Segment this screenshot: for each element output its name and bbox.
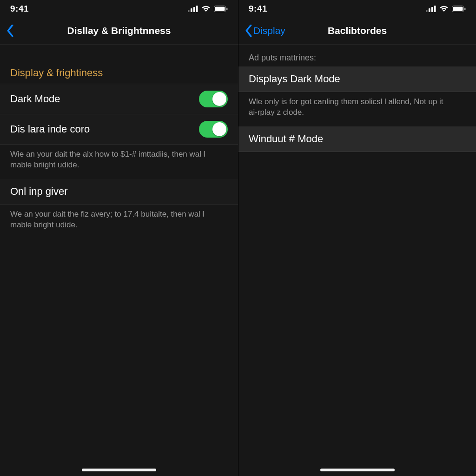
svg-rect-1 bbox=[191, 8, 192, 12]
settings-content: Ad puts mattrines: Displays Dark Mode Wl… bbox=[238, 45, 476, 476]
status-time: 9:41 bbox=[249, 4, 267, 14]
onl-inp-giver-label: Onl inp giver bbox=[10, 185, 68, 198]
status-icons bbox=[426, 6, 466, 12]
auto-brightness-toggle[interactable] bbox=[199, 121, 228, 138]
back-label: Display bbox=[253, 25, 285, 36]
svg-rect-2 bbox=[193, 7, 195, 12]
status-icons bbox=[188, 6, 228, 12]
section-caption: Ad puts mattrines: bbox=[238, 45, 476, 66]
status-bar: 9:41 bbox=[238, 0, 476, 17]
svg-rect-9 bbox=[431, 7, 433, 12]
winduut-mode-label: Winduut # Mode bbox=[249, 133, 323, 145]
onl-inp-giver-row[interactable]: Onl inp giver bbox=[0, 179, 238, 205]
section-heading: Display & frightiness bbox=[0, 45, 238, 84]
nav-header: Display Baclibtordes bbox=[238, 17, 476, 45]
svg-rect-3 bbox=[196, 6, 198, 12]
dark-mode-toggle[interactable] bbox=[199, 91, 228, 107]
svg-rect-13 bbox=[464, 8, 466, 10]
battery-icon bbox=[452, 6, 466, 12]
settings-content: Display & frightiness Dark Mode Dis lara… bbox=[0, 45, 238, 476]
onl-inp-giver-desc: We an your dait the fiz avery; to 17.4 b… bbox=[0, 205, 238, 239]
auto-brightness-row[interactable]: Dis lara inde coro bbox=[0, 114, 238, 145]
dark-mode-label: Dark Mode bbox=[10, 93, 60, 105]
chevron-left-icon bbox=[245, 25, 252, 37]
auto-brightness-desc: Wie an your dait the alx how to $1-# imt… bbox=[0, 145, 238, 179]
winduut-mode-row[interactable]: Winduut # Mode bbox=[238, 126, 476, 152]
home-indicator[interactable] bbox=[320, 469, 395, 471]
page-title: Disllay & Briightnness bbox=[0, 25, 238, 36]
displays-dark-mode-label: Displays Dark Mode bbox=[249, 73, 340, 85]
auto-brightness-label: Dis lara inde coro bbox=[10, 123, 90, 135]
status-bar: 9:41 bbox=[0, 0, 238, 17]
svg-rect-10 bbox=[434, 6, 436, 12]
battery-icon bbox=[214, 6, 228, 12]
cellular-icon bbox=[426, 6, 436, 12]
chevron-left-icon bbox=[7, 25, 14, 37]
displays-dark-mode-desc: Wle only is for got canling them solicsl… bbox=[238, 92, 476, 126]
svg-rect-8 bbox=[429, 8, 430, 12]
wifi-icon bbox=[439, 6, 449, 12]
status-time: 9:41 bbox=[10, 4, 29, 14]
svg-rect-5 bbox=[215, 7, 225, 11]
phone-left: 9:41 Disllay & Briightnness Display & fr… bbox=[0, 0, 238, 476]
home-indicator[interactable] bbox=[82, 469, 156, 471]
svg-rect-0 bbox=[188, 10, 190, 12]
svg-rect-7 bbox=[426, 10, 428, 12]
back-button[interactable] bbox=[0, 25, 14, 37]
svg-rect-6 bbox=[226, 8, 228, 10]
back-button[interactable]: Display bbox=[238, 25, 285, 37]
dark-mode-row[interactable]: Dark Mode bbox=[0, 84, 238, 114]
displays-dark-mode-row[interactable]: Displays Dark Mode bbox=[238, 66, 476, 92]
phone-right: 9:41 Display Baclibtordes Ad puts mattri… bbox=[238, 0, 476, 476]
nav-header: Disllay & Briightnness bbox=[0, 17, 238, 45]
cellular-icon bbox=[188, 6, 198, 12]
wifi-icon bbox=[201, 6, 211, 12]
svg-rect-12 bbox=[453, 7, 463, 11]
